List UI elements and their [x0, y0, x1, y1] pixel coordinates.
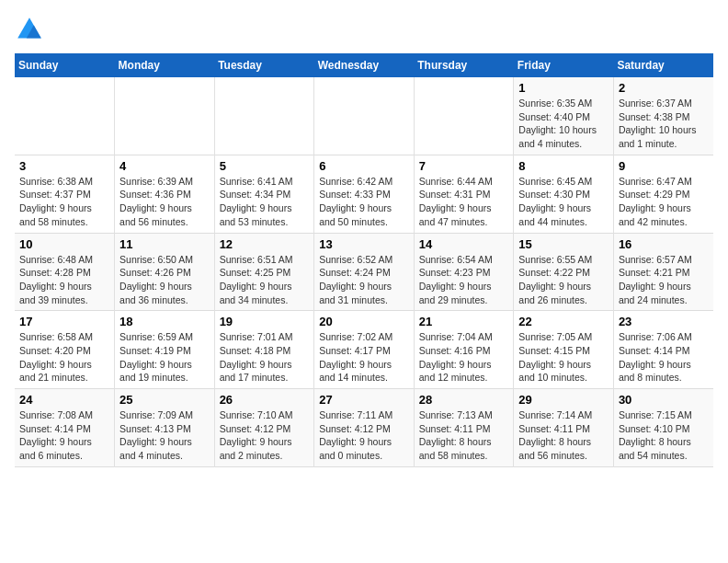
day-cell: 17Sunrise: 6:58 AMSunset: 4:20 PMDayligh… [15, 311, 115, 389]
week-row-1: 1Sunrise: 6:35 AMSunset: 4:40 PMDaylight… [15, 77, 713, 155]
day-number: 15 [518, 237, 609, 251]
day-number: 22 [518, 315, 609, 328]
day-number: 13 [319, 237, 409, 251]
day-number: 27 [319, 393, 409, 407]
day-number: 21 [419, 315, 509, 328]
col-header-sunday: Sunday [15, 53, 115, 77]
day-number: 16 [619, 237, 709, 251]
week-row-3: 10Sunrise: 6:48 AMSunset: 4:28 PMDayligh… [15, 233, 713, 311]
day-cell: 1Sunrise: 6:35 AMSunset: 4:40 PMDaylight… [514, 77, 614, 155]
day-cell: 15Sunrise: 6:55 AMSunset: 4:22 PMDayligh… [514, 233, 614, 311]
day-number: 2 [619, 81, 709, 95]
day-cell [314, 77, 415, 155]
day-cell [15, 77, 115, 155]
day-cell: 13Sunrise: 6:52 AMSunset: 4:24 PMDayligh… [314, 233, 415, 311]
col-header-tuesday: Tuesday [214, 53, 314, 77]
day-info: Sunrise: 6:44 AMSunset: 4:31 PMDaylight:… [419, 175, 509, 229]
day-number: 14 [419, 237, 509, 251]
day-cell: 7Sunrise: 6:44 AMSunset: 4:31 PMDaylight… [414, 155, 514, 233]
day-cell: 28Sunrise: 7:13 AMSunset: 4:11 PMDayligh… [414, 389, 514, 467]
day-info: Sunrise: 6:54 AMSunset: 4:23 PMDaylight:… [419, 253, 509, 307]
calendar-table: SundayMondayTuesdayWednesdayThursdayFrid… [15, 53, 713, 467]
day-cell: 11Sunrise: 6:50 AMSunset: 4:26 PMDayligh… [115, 233, 215, 311]
day-cell [414, 77, 514, 155]
day-info: Sunrise: 7:14 AMSunset: 4:11 PMDaylight:… [518, 408, 609, 463]
day-number: 30 [619, 393, 709, 407]
day-number: 9 [619, 159, 709, 173]
calendar-header-row: SundayMondayTuesdayWednesdayThursdayFrid… [15, 53, 713, 77]
day-number: 7 [419, 159, 509, 173]
day-info: Sunrise: 6:35 AMSunset: 4:40 PMDaylight:… [518, 97, 609, 151]
day-number: 17 [19, 315, 109, 328]
day-cell [115, 77, 215, 155]
day-info: Sunrise: 7:06 AMSunset: 4:14 PMDaylight:… [619, 330, 709, 385]
day-info: Sunrise: 6:57 AMSunset: 4:21 PMDaylight:… [619, 253, 709, 307]
day-cell: 18Sunrise: 6:59 AMSunset: 4:19 PMDayligh… [115, 311, 215, 389]
day-number: 5 [220, 159, 310, 173]
day-info: Sunrise: 6:48 AMSunset: 4:28 PMDaylight:… [19, 253, 109, 307]
col-header-thursday: Thursday [414, 53, 514, 77]
day-info: Sunrise: 6:51 AMSunset: 4:25 PMDaylight:… [220, 253, 310, 307]
day-cell: 14Sunrise: 6:54 AMSunset: 4:23 PMDayligh… [414, 233, 514, 311]
day-number: 12 [220, 237, 310, 251]
day-number: 25 [119, 393, 210, 407]
week-row-4: 17Sunrise: 6:58 AMSunset: 4:20 PMDayligh… [15, 311, 713, 389]
day-info: Sunrise: 7:09 AMSunset: 4:13 PMDaylight:… [119, 408, 210, 463]
logo-icon [15, 15, 44, 44]
day-cell: 3Sunrise: 6:38 AMSunset: 4:37 PMDaylight… [15, 155, 115, 233]
day-cell: 16Sunrise: 6:57 AMSunset: 4:21 PMDayligh… [613, 233, 713, 311]
day-cell: 22Sunrise: 7:05 AMSunset: 4:15 PMDayligh… [514, 311, 614, 389]
day-info: Sunrise: 6:52 AMSunset: 4:24 PMDaylight:… [319, 253, 409, 307]
day-info: Sunrise: 6:55 AMSunset: 4:22 PMDaylight:… [518, 253, 609, 307]
day-cell: 30Sunrise: 7:15 AMSunset: 4:10 PMDayligh… [613, 389, 713, 467]
day-info: Sunrise: 7:11 AMSunset: 4:12 PMDaylight:… [319, 408, 409, 463]
day-info: Sunrise: 7:04 AMSunset: 4:16 PMDaylight:… [419, 330, 509, 385]
day-number: 26 [220, 393, 310, 407]
day-info: Sunrise: 6:42 AMSunset: 4:33 PMDaylight:… [319, 175, 409, 229]
day-cell: 10Sunrise: 6:48 AMSunset: 4:28 PMDayligh… [15, 233, 115, 311]
day-cell: 2Sunrise: 6:37 AMSunset: 4:38 PMDaylight… [613, 77, 713, 155]
day-info: Sunrise: 6:39 AMSunset: 4:36 PMDaylight:… [119, 175, 210, 229]
col-header-friday: Friday [514, 53, 614, 77]
day-info: Sunrise: 6:38 AMSunset: 4:37 PMDaylight:… [19, 175, 109, 229]
day-info: Sunrise: 7:02 AMSunset: 4:17 PMDaylight:… [319, 330, 409, 385]
day-number: 6 [319, 159, 409, 173]
day-number: 8 [518, 159, 609, 173]
day-info: Sunrise: 6:58 AMSunset: 4:20 PMDaylight:… [19, 330, 109, 385]
day-cell: 27Sunrise: 7:11 AMSunset: 4:12 PMDayligh… [314, 389, 415, 467]
day-cell: 24Sunrise: 7:08 AMSunset: 4:14 PMDayligh… [15, 389, 115, 467]
day-cell: 6Sunrise: 6:42 AMSunset: 4:33 PMDaylight… [314, 155, 415, 233]
week-row-5: 24Sunrise: 7:08 AMSunset: 4:14 PMDayligh… [15, 389, 713, 467]
day-cell: 25Sunrise: 7:09 AMSunset: 4:13 PMDayligh… [115, 389, 215, 467]
day-number: 24 [19, 393, 109, 407]
day-info: Sunrise: 6:41 AMSunset: 4:34 PMDaylight:… [220, 175, 310, 229]
day-info: Sunrise: 6:45 AMSunset: 4:30 PMDaylight:… [518, 175, 609, 229]
day-number: 20 [319, 315, 409, 328]
day-info: Sunrise: 7:01 AMSunset: 4:18 PMDaylight:… [220, 330, 310, 385]
day-number: 28 [419, 393, 509, 407]
day-info: Sunrise: 7:08 AMSunset: 4:14 PMDaylight:… [19, 408, 109, 463]
day-cell: 23Sunrise: 7:06 AMSunset: 4:14 PMDayligh… [613, 311, 713, 389]
week-row-2: 3Sunrise: 6:38 AMSunset: 4:37 PMDaylight… [15, 155, 713, 233]
day-number: 29 [518, 393, 609, 407]
col-header-wednesday: Wednesday [314, 53, 415, 77]
day-number: 10 [19, 237, 109, 251]
day-cell: 9Sunrise: 6:47 AMSunset: 4:29 PMDaylight… [613, 155, 713, 233]
col-header-monday: Monday [115, 53, 215, 77]
day-number: 19 [220, 315, 310, 328]
col-header-saturday: Saturday [613, 53, 713, 77]
day-number: 4 [119, 159, 210, 173]
day-info: Sunrise: 6:59 AMSunset: 4:19 PMDaylight:… [119, 330, 210, 385]
day-info: Sunrise: 7:10 AMSunset: 4:12 PMDaylight:… [220, 408, 310, 463]
day-cell: 26Sunrise: 7:10 AMSunset: 4:12 PMDayligh… [214, 389, 314, 467]
day-cell: 21Sunrise: 7:04 AMSunset: 4:16 PMDayligh… [414, 311, 514, 389]
day-cell: 5Sunrise: 6:41 AMSunset: 4:34 PMDaylight… [214, 155, 314, 233]
day-number: 1 [518, 81, 609, 95]
day-info: Sunrise: 6:47 AMSunset: 4:29 PMDaylight:… [619, 175, 709, 229]
day-number: 3 [19, 159, 109, 173]
day-info: Sunrise: 6:50 AMSunset: 4:26 PMDaylight:… [119, 253, 210, 307]
logo [15, 15, 48, 44]
day-info: Sunrise: 6:37 AMSunset: 4:38 PMDaylight:… [619, 97, 709, 151]
day-info: Sunrise: 7:13 AMSunset: 4:11 PMDaylight:… [419, 408, 509, 463]
header [15, 15, 713, 44]
